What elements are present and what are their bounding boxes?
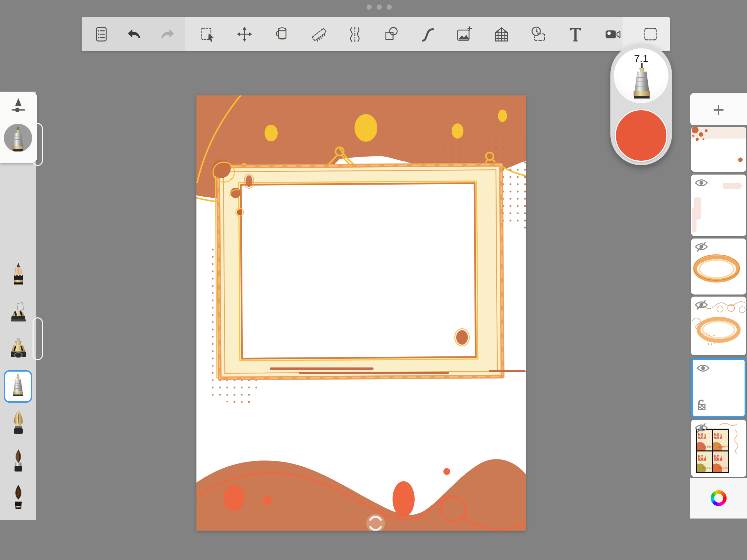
poster-subtitle: 氛围感 <box>714 436 728 439</box>
toolbar <box>82 17 670 51</box>
poster-title: 秋日 :) <box>698 433 711 436</box>
tool-round-brush[interactable] <box>0 449 36 477</box>
tool-marker[interactable] <box>0 301 36 328</box>
layer-2-visibility-eye[interactable] <box>694 177 708 188</box>
text-icon[interactable] <box>563 17 588 51</box>
perspective-grid-icon[interactable] <box>489 17 514 51</box>
timelapse-icon[interactable] <box>526 17 551 51</box>
poster-note: (配色分享) <box>718 467 728 470</box>
tool-technical-pen-selected[interactable] <box>4 370 32 403</box>
add-layer-label: + <box>713 98 725 121</box>
layers-list-icon[interactable] <box>89 17 113 51</box>
stroke-curve-icon[interactable] <box>416 17 440 51</box>
brush-size-slider-icon[interactable] <box>11 97 26 115</box>
layer-6-visibility-eye[interactable] <box>694 422 708 433</box>
add-layer-button[interactable]: + <box>690 93 747 125</box>
poster-title: 秋日 :) <box>714 433 728 436</box>
technical-pen-tip-icon <box>627 62 656 104</box>
current-tool-popout <box>0 92 37 163</box>
current-color-swatch[interactable] <box>615 109 667 162</box>
tool-options-handle[interactable] <box>33 123 43 166</box>
artwork <box>196 95 526 531</box>
poster-note: (复古配色) <box>702 445 712 448</box>
layer-5-visibility-eye[interactable] <box>696 363 710 374</box>
layer-5-selected[interactable] <box>691 358 746 418</box>
layer-3[interactable] <box>691 239 746 295</box>
symmetry-icon[interactable] <box>343 17 367 51</box>
poster-note: (配色分享) <box>702 467 712 470</box>
tool-fountain-pen[interactable] <box>0 410 36 437</box>
record-video-icon[interactable] <box>601 17 625 51</box>
poster-subtitle: 氛围感 <box>698 458 711 461</box>
drawing-canvas[interactable] <box>196 95 526 531</box>
undo-icon[interactable] <box>122 17 147 51</box>
layer-1[interactable] <box>691 127 746 172</box>
poster-title: 秋日 :) <box>714 455 728 458</box>
tool-options-handle-2[interactable] <box>33 317 43 360</box>
reference-image: 秋日 :) 氛围感 (复古配色) 秋日 :) 氛围感 (配色分享) 秋日 :) … <box>696 429 729 473</box>
select-icon[interactable] <box>195 17 220 51</box>
tool-airbrush[interactable] <box>0 337 36 365</box>
shapes-icon[interactable] <box>379 17 403 51</box>
brush-size-preview[interactable]: 7.1 <box>614 48 668 103</box>
layer-4-visibility-eye[interactable] <box>694 299 708 310</box>
poster-note: (配色分享) <box>718 445 728 448</box>
color-picker-panel <box>690 478 747 519</box>
add-image-icon[interactable] <box>452 17 476 51</box>
layer-2[interactable] <box>691 175 746 236</box>
poster-subtitle: 氛围感 <box>698 436 711 439</box>
transparency-lock-icon[interactable] <box>696 399 707 412</box>
move-icon[interactable] <box>232 17 257 51</box>
tool-pencil[interactable] <box>0 262 36 289</box>
layer-6-reference[interactable]: 秋日 :) 氛围感 (复古配色) 秋日 :) 氛围感 (配色分享) 秋日 :) … <box>691 420 746 477</box>
tool-ink-brush[interactable] <box>0 484 36 513</box>
brush-indicator-pill[interactable]: 7.1 <box>610 44 672 165</box>
ruler-icon[interactable] <box>307 17 331 51</box>
fill-icon[interactable] <box>270 17 294 51</box>
layer-4[interactable] <box>691 297 746 355</box>
current-tool-preview[interactable] <box>4 124 32 152</box>
multitask-indicator <box>367 4 392 10</box>
redo-icon[interactable] <box>155 17 179 51</box>
color-wheel-button[interactable] <box>711 490 727 506</box>
poster-title: 秋日 :) <box>698 455 711 458</box>
layer-3-visibility-eye[interactable] <box>694 241 708 252</box>
poster-subtitle: 氛围感 <box>714 458 728 461</box>
